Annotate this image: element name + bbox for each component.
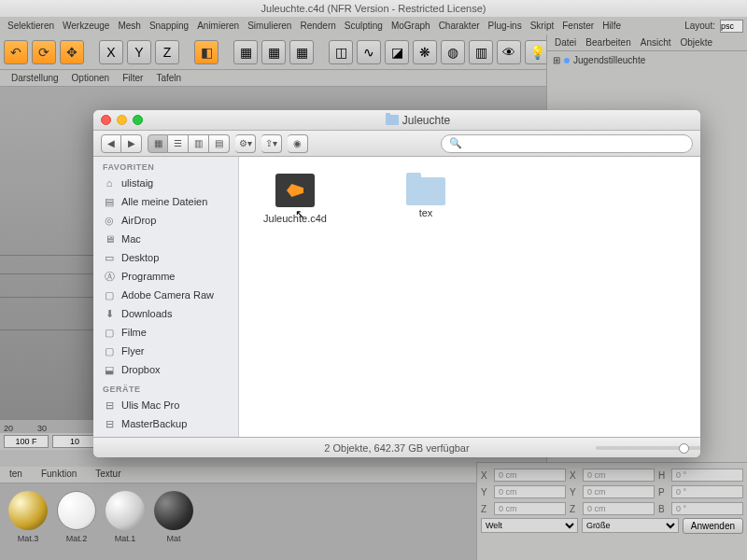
minimize-button[interactable] — [117, 115, 127, 125]
menu-item[interactable]: Skript — [527, 21, 558, 31]
frame-max-field[interactable]: 10 — [52, 435, 97, 448]
sidebar-item[interactable]: ▢Flyer — [93, 342, 238, 360]
move-button[interactable]: ✥ — [60, 40, 84, 64]
menu-item[interactable]: Animieren — [193, 21, 243, 31]
render-region-button[interactable]: ▦ — [261, 40, 286, 64]
sidebar-item[interactable]: ⬓Dropbox — [93, 360, 238, 379]
menu-item[interactable]: Simulieren — [244, 21, 295, 31]
rp-menu-item[interactable]: Bearbeiten — [582, 37, 634, 48]
material-name: Mat.3 — [7, 534, 49, 543]
tab[interactable]: Textur — [86, 467, 130, 483]
pos-field[interactable]: 0 cm — [494, 469, 566, 482]
y-axis-button[interactable]: Y — [127, 40, 151, 64]
sidebar-item[interactable]: ⬇Downloads — [93, 304, 238, 323]
sidebar-device[interactable]: ⊟MasterBackup — [93, 414, 238, 433]
pos-field[interactable]: 0 cm — [494, 485, 566, 498]
material-item[interactable]: Mat.1 — [105, 491, 146, 553]
sidebar-item[interactable]: 🖥Mac — [93, 230, 238, 248]
menu-item[interactable]: Plug-ins — [485, 21, 526, 31]
menu-item[interactable]: Rendern — [296, 21, 339, 31]
apply-button[interactable]: Anwenden — [683, 518, 743, 534]
menu-item[interactable]: Fenster — [558, 21, 598, 31]
sidebar-item[interactable]: ▤Alle meine Dateien — [93, 192, 238, 211]
icon-view-button[interactable]: ▦ — [148, 134, 168, 153]
share-button[interactable]: ⇪▾ — [261, 134, 282, 153]
coverflow-view-button[interactable]: ▤ — [209, 134, 230, 153]
generator-button[interactable]: ◪ — [385, 40, 409, 64]
z-axis-button[interactable]: Z — [155, 40, 179, 64]
pos-field[interactable]: 0 cm — [494, 502, 566, 515]
sidebar-item[interactable]: ▢Filme — [93, 323, 238, 342]
undo-button[interactable]: ↶ — [4, 40, 28, 64]
menu-item[interactable]: Mesh — [114, 21, 144, 31]
x-axis-button[interactable]: X — [99, 40, 123, 64]
rot-field[interactable]: 0 ° — [671, 469, 743, 482]
cube-button[interactable]: ◧ — [194, 40, 218, 64]
material-item[interactable]: Mat.3 — [7, 491, 49, 553]
finder-toolbar: ◀ ▶ ▦ ☰ ▥ ▤ ⚙▾ ⇪▾ ◉ 🔍 — [93, 131, 700, 157]
menu-item[interactable]: MoGraph — [388, 21, 434, 31]
sidebar-item[interactable]: ◎AirDrop — [93, 211, 238, 230]
sidebar-item[interactable]: ⌂ulistaig — [93, 174, 238, 192]
sub-item[interactable]: Filter — [117, 73, 148, 83]
primitive-button[interactable]: ◫ — [329, 40, 353, 64]
tab[interactable]: ten — [0, 467, 32, 483]
sidebar-item[interactable]: ▭Desktop — [93, 248, 238, 267]
file-item[interactable]: tex — [388, 174, 463, 218]
rp-menu-item[interactable]: Datei — [551, 37, 580, 48]
spline-button[interactable]: ∿ — [357, 40, 381, 64]
sidebar-item[interactable]: ⒶProgramme — [93, 267, 238, 286]
expand-icon[interactable]: ⊞ — [553, 55, 560, 65]
zoom-button[interactable] — [133, 115, 143, 125]
frame-field[interactable]: 100 F — [4, 435, 49, 448]
render-button[interactable]: ▦ — [233, 40, 258, 64]
tree-item[interactable]: ⊞ Jugendstilleuchte — [553, 55, 741, 65]
close-button[interactable] — [101, 115, 111, 125]
back-button[interactable]: ◀ — [101, 134, 121, 153]
menu-item[interactable]: Selektieren — [4, 21, 58, 31]
sidebar-item-label: Mac — [121, 233, 141, 245]
render-settings-button[interactable]: ▦ — [289, 40, 314, 64]
forward-button[interactable]: ▶ — [121, 134, 142, 153]
material-item[interactable]: Mat — [153, 491, 194, 553]
list-view-button[interactable]: ☰ — [168, 134, 189, 153]
size-field[interactable]: 0 cm — [583, 469, 655, 482]
material-item[interactable]: Mat.2 — [56, 491, 97, 553]
light-button[interactable]: 👁 — [497, 40, 521, 64]
world-select[interactable]: Welt — [481, 518, 578, 533]
finder-statusbar: 2 Objekte, 642.37 GB verfügbar — [93, 437, 700, 457]
tab[interactable]: Funktion — [32, 467, 86, 483]
environment-button[interactable]: ◍ — [441, 40, 465, 64]
rp-menu-item[interactable]: Ansicht — [637, 37, 675, 48]
menu-item[interactable]: Snapping — [146, 21, 192, 31]
rp-menu-item[interactable]: Objekte — [677, 37, 716, 48]
sidebar-device[interactable]: ⊟Ulis Mac Pro — [93, 396, 238, 414]
menu-item[interactable]: Sculpting — [341, 21, 387, 31]
sub-item[interactable]: Tafeln — [150, 73, 187, 83]
axis-label: X — [570, 470, 579, 481]
size-field[interactable]: 0 cm — [583, 502, 655, 515]
menu-item[interactable]: Werkzeuge — [59, 21, 113, 31]
search-input[interactable]: 🔍 — [441, 134, 693, 153]
sub-item[interactable]: Darstellung — [6, 73, 64, 83]
layout-field[interactable] — [720, 20, 743, 33]
file-area[interactable]: Juleuchte.c4dtex↖ — [239, 157, 700, 437]
object-tree[interactable]: ⊞ Jugendstilleuchte — [547, 51, 747, 69]
rot-field[interactable]: 0 ° — [671, 485, 743, 498]
deformer-button[interactable]: ❋ — [413, 40, 437, 64]
size-select[interactable]: Größe — [582, 518, 679, 533]
rot-field[interactable]: 0 ° — [671, 502, 743, 515]
zoom-slider[interactable] — [596, 443, 689, 453]
redo-button[interactable]: ⟳ — [32, 40, 56, 64]
column-view-button[interactable]: ▥ — [189, 134, 209, 153]
menu-item[interactable]: Hilfe — [599, 21, 625, 31]
camera-button[interactable]: ▥ — [469, 40, 493, 64]
tags-button[interactable]: ◉ — [288, 134, 308, 153]
sidebar-item[interactable]: ▢Adobe Camera Raw — [93, 286, 238, 304]
file-name: tex — [388, 207, 463, 218]
sub-item[interactable]: Optionen — [66, 73, 116, 83]
size-field[interactable]: 0 cm — [583, 485, 655, 498]
menu-item[interactable]: Charakter — [435, 21, 484, 31]
finder-titlebar[interactable]: Juleuchte — [93, 110, 700, 131]
action-button[interactable]: ⚙▾ — [235, 134, 256, 153]
